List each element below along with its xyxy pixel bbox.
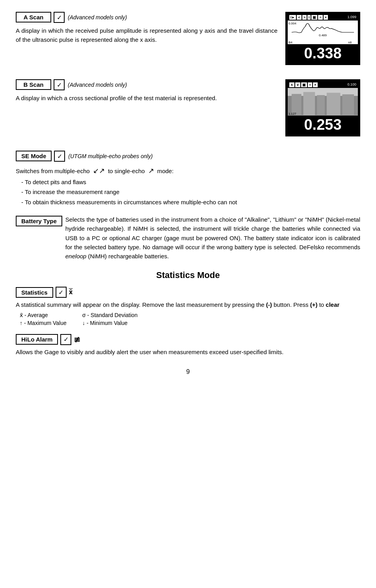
svg-rect-10 bbox=[327, 93, 341, 115]
screen-top-right-value: 1.099 bbox=[347, 15, 356, 20]
bscan-profile: 1.127 bbox=[288, 88, 358, 116]
stats-minus-btn: (-) bbox=[266, 301, 272, 308]
svg-text:0.489: 0.489 bbox=[319, 34, 327, 37]
toolbar-btn-2: < bbox=[297, 15, 301, 20]
bscan-tb-5: × bbox=[313, 82, 317, 87]
ascan-toolbar: I► < > I ▣ ≡ × 1.099 bbox=[288, 14, 358, 21]
stats-col-left: x̄ - Average ↑ - Maximum Value bbox=[20, 312, 67, 326]
stats-stddev: σ - Standard Deviation bbox=[82, 312, 138, 318]
eneloop-text: eneloop bbox=[65, 253, 86, 259]
bscan-note: (Advanced models only) bbox=[68, 82, 127, 88]
ascan-description: A display in which the received pulse am… bbox=[16, 26, 277, 45]
semode-note: (UTGM multiple-echo probes only) bbox=[68, 153, 153, 159]
battery-header-row: Battery Type Selects the type of batteri… bbox=[16, 215, 360, 261]
stats-col-right: σ - Standard Deviation ↓ - Minimum Value bbox=[82, 312, 138, 326]
bscan-tb-3: ▣ bbox=[301, 82, 307, 87]
svg-text:0.004: 0.004 bbox=[289, 22, 296, 25]
hilo-header-row: HiLo Alarm ✓ ≢ bbox=[16, 334, 360, 345]
semode-to-text: to single-echo bbox=[108, 168, 145, 174]
hilo-checkbox[interactable]: ✓ bbox=[60, 334, 71, 345]
bscan-left: B Scan ✓ (Advanced models only) A displa… bbox=[16, 79, 285, 103]
bscan-toolbar-left: ∧ ∨ ▣ ≡ × bbox=[289, 82, 318, 87]
xbar-symbol: x̄ bbox=[69, 289, 73, 296]
semode-checkbox[interactable]: ✓ bbox=[54, 151, 65, 162]
hilo-section: HiLo Alarm ✓ ≢ Allows the Gage to visibl… bbox=[16, 334, 360, 357]
ascan-header-row: A Scan ✓ (Advanced models only) bbox=[16, 12, 277, 23]
clear-label: clear bbox=[326, 301, 339, 308]
semode-item-1: - To detect pits and flaws bbox=[16, 177, 360, 187]
bscan-tb-2: ∨ bbox=[295, 82, 300, 87]
toolbar-btn-1: I► bbox=[289, 15, 296, 20]
semode-header-row: SE Mode ✓ (UTGM multiple-echo probes onl… bbox=[16, 151, 360, 162]
ascan-screen: I► < > I ▣ ≡ × 1.099 0.004 0.489 B4 n8 bbox=[285, 12, 360, 65]
bscan-section: B Scan ✓ (Advanced models only) A displa… bbox=[16, 79, 360, 141]
battery-description: Selects the type of batteries used in th… bbox=[65, 215, 360, 261]
semode-section: SE Mode ✓ (UTGM multiple-echo probes onl… bbox=[16, 151, 360, 207]
ascan-left: A Scan ✓ (Advanced models only) A displa… bbox=[16, 12, 285, 45]
stats-desc-1: A statistical summary will appear on the… bbox=[16, 301, 264, 308]
bscan-value: 0.253 bbox=[288, 116, 358, 134]
battery-section: Battery Type Selects the type of batteri… bbox=[16, 215, 360, 261]
ascan-device-image: I► < > I ▣ ≡ × 1.099 0.004 0.489 B4 n8 bbox=[285, 12, 360, 70]
stats-mode-title: Statistics Mode bbox=[16, 270, 360, 280]
bscan-label: B Scan bbox=[16, 79, 51, 90]
semode-item-3: - To obtain thickness measurements in ci… bbox=[16, 197, 360, 207]
stats-middle-text: button. Press bbox=[274, 301, 308, 308]
stats-max: ↑ - Maximum Value bbox=[20, 320, 67, 326]
stats-avg: x̄ - Average bbox=[20, 312, 67, 318]
ascan-section: A Scan ✓ (Advanced models only) A displa… bbox=[16, 12, 360, 70]
toolbar-btn-5: ▣ bbox=[311, 15, 317, 20]
semode-body: Switches from multiple-echo ↙↗ to single… bbox=[16, 165, 360, 207]
statistics-label: Statistics bbox=[16, 287, 53, 298]
svg-rect-9 bbox=[317, 95, 325, 115]
ascan-toolbar-left: I► < > I ▣ ≡ × bbox=[289, 15, 328, 20]
semode-label: SE Mode bbox=[16, 151, 52, 161]
semode-mode-text: mode: bbox=[157, 168, 174, 174]
bscan-header-row: B Scan ✓ (Advanced models only) bbox=[16, 79, 277, 90]
ascan-checkbox[interactable]: ✓ bbox=[54, 12, 65, 23]
multi-echo-symbol: ↙↗ bbox=[93, 167, 105, 175]
bscan-checkbox[interactable]: ✓ bbox=[54, 79, 65, 90]
svg-text:n8: n8 bbox=[348, 41, 352, 44]
ascan-waveform: 0.004 0.489 B4 n8 bbox=[288, 21, 358, 44]
svg-text:B4: B4 bbox=[289, 41, 292, 44]
svg-rect-8 bbox=[303, 92, 315, 115]
bscan-toolbar: ∧ ∨ ▣ ≡ × 0.100 bbox=[288, 82, 358, 88]
stats-end-text: to clear bbox=[319, 301, 340, 308]
ascan-value: 0.338 bbox=[288, 44, 358, 63]
page-number: 9 bbox=[16, 368, 360, 375]
toolbar-btn-7: × bbox=[324, 15, 328, 20]
bscan-tb-1: ∧ bbox=[289, 82, 294, 87]
statistics-section: Statistics ✓ x̄ A statistical summary wi… bbox=[16, 287, 360, 326]
hilo-description: Allows the Gage to visibly and audibly a… bbox=[16, 347, 360, 357]
svg-rect-11 bbox=[342, 94, 354, 115]
ascan-label: A Scan bbox=[16, 12, 51, 22]
hilo-label: HiLo Alarm bbox=[16, 334, 58, 345]
statistics-header-row: Statistics ✓ x̄ bbox=[16, 287, 360, 298]
bscan-description: A display in which a cross sectional pro… bbox=[16, 93, 277, 103]
semode-item-2: - To increase the measurement range bbox=[16, 187, 360, 197]
toolbar-btn-4: I bbox=[307, 15, 311, 20]
statistics-grid: x̄ - Average ↑ - Maximum Value σ - Stand… bbox=[20, 312, 360, 326]
battery-label: Battery Type bbox=[16, 216, 62, 226]
single-echo-symbol: ↗ bbox=[148, 167, 154, 175]
ascan-note: (Advanced models only) bbox=[68, 14, 127, 21]
toolbar-btn-6: ≡ bbox=[318, 15, 322, 20]
statistics-checkbox[interactable]: ✓ bbox=[56, 287, 67, 298]
semode-intro-text: Switches from multiple-echo bbox=[16, 168, 90, 174]
bscan-tb-4: ≡ bbox=[308, 82, 312, 87]
bscan-top-val: 0.100 bbox=[347, 82, 356, 87]
stats-plus-btn: (+) bbox=[310, 301, 318, 308]
toolbar-btn-3: > bbox=[302, 15, 307, 20]
statistics-description: A statistical summary will appear on the… bbox=[16, 300, 360, 309]
semode-intro-line: Switches from multiple-echo ↙↗ to single… bbox=[16, 165, 360, 177]
bscan-device-image: ∧ ∨ ▣ ≡ × 0.100 1.127 bbox=[285, 79, 360, 141]
svg-text:1.127: 1.127 bbox=[289, 112, 296, 116]
hilo-icon: ≢ bbox=[74, 335, 80, 344]
stats-min: ↓ - Minimum Value bbox=[82, 320, 138, 326]
bscan-screen: ∧ ∨ ▣ ≡ × 0.100 1.127 bbox=[285, 79, 360, 136]
